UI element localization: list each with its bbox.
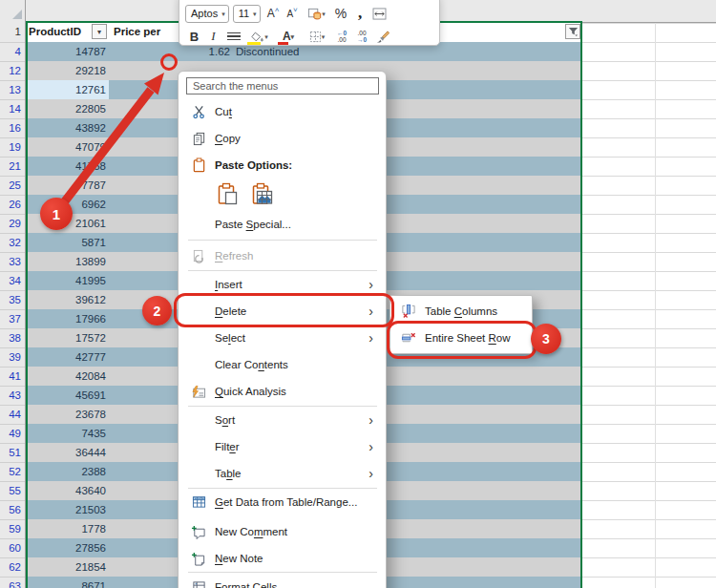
row-number[interactable]: 63 bbox=[0, 577, 25, 588]
bold-button[interactable]: B bbox=[185, 28, 203, 46]
align-button[interactable] bbox=[223, 28, 244, 46]
funnel-icon bbox=[568, 27, 579, 37]
header-price-per[interactable]: Price per bbox=[114, 22, 160, 42]
menu-item-table[interactable]: Table › bbox=[180, 460, 385, 487]
row-number[interactable]: 59 bbox=[0, 519, 25, 539]
row-number-1[interactable]: 1 bbox=[0, 22, 25, 43]
row-number[interactable]: 25 bbox=[0, 176, 25, 196]
productid-cell-value: 43640 bbox=[26, 481, 106, 500]
row-number[interactable]: 16 bbox=[0, 118, 25, 138]
row-number[interactable]: 51 bbox=[0, 443, 25, 463]
row-number[interactable]: 21 bbox=[0, 157, 25, 177]
font-name-select[interactable]: Aptos ▾ bbox=[185, 5, 229, 23]
menu-item-paste-options: Paste Options: bbox=[180, 152, 385, 178]
new-comment-icon bbox=[188, 525, 209, 539]
submenu-arrow-icon: › bbox=[369, 467, 373, 480]
get-data-table-icon bbox=[188, 495, 209, 509]
row-number[interactable]: 29 bbox=[0, 214, 25, 234]
paste-picture-button[interactable] bbox=[249, 181, 275, 207]
row-number[interactable]: 12 bbox=[0, 61, 25, 81]
row-number[interactable]: 41 bbox=[0, 367, 25, 387]
row-number[interactable]: 4 bbox=[0, 42, 25, 62]
menu-item-quick-analysis[interactable]: Quick Analysis bbox=[180, 378, 385, 405]
row-number[interactable]: 56 bbox=[0, 500, 25, 520]
menu-item-sort[interactable]: Sort › bbox=[180, 407, 385, 433]
fill-color-button[interactable]: ▾ bbox=[245, 28, 274, 46]
row-number[interactable]: 32 bbox=[0, 233, 25, 253]
menu-item-select[interactable]: Select › bbox=[180, 325, 385, 351]
increase-decimal-button[interactable]: ←0.00 bbox=[332, 28, 351, 46]
menu-item-new-comment[interactable]: New Comment bbox=[180, 518, 385, 545]
percent-style-button[interactable]: % bbox=[332, 5, 350, 23]
submenu-arrow-icon: › bbox=[369, 413, 373, 427]
menu-item-format-cells[interactable]: Format Cells... bbox=[180, 574, 385, 588]
refresh-icon bbox=[188, 249, 209, 263]
row-number[interactable]: 14 bbox=[0, 99, 25, 119]
select-all-corner[interactable] bbox=[0, 0, 26, 23]
productid-cell-value: 47079 bbox=[26, 137, 106, 157]
row-number[interactable]: 44 bbox=[0, 405, 25, 425]
row-number[interactable]: 19 bbox=[0, 137, 25, 158]
empty-cells-grid[interactable] bbox=[582, 23, 716, 588]
chevron-down-icon: ▾ bbox=[221, 10, 225, 17]
row-number[interactable]: 62 bbox=[0, 557, 25, 578]
chevron-down-icon: ▾ bbox=[322, 33, 326, 40]
grow-font-button[interactable]: A˄ bbox=[264, 5, 283, 23]
status-filter-button[interactable] bbox=[565, 24, 580, 39]
merge-center-button[interactable] bbox=[370, 5, 389, 23]
header-productid[interactable]: ProductID bbox=[29, 22, 81, 42]
menu-item-copy[interactable]: Copy bbox=[180, 125, 385, 152]
submenu-item-entire-sheet-row[interactable]: Entire Sheet Row bbox=[392, 325, 530, 351]
menu-separator bbox=[188, 240, 377, 241]
paste-icon bbox=[217, 182, 240, 206]
font-color-bar bbox=[278, 42, 288, 45]
row-number[interactable]: 43 bbox=[0, 386, 25, 406]
menu-item-paste-special[interactable]: Paste Special... bbox=[180, 211, 385, 238]
row-number[interactable]: 38 bbox=[0, 328, 25, 348]
font-color-button[interactable]: A ▾ bbox=[275, 28, 302, 46]
row-number[interactable]: 39 bbox=[0, 347, 25, 368]
number-format-button[interactable]: ▾ bbox=[303, 5, 331, 23]
table-columns-delete-icon bbox=[399, 304, 418, 319]
borders-button[interactable]: ▾ bbox=[303, 28, 331, 46]
comma-style-button[interactable]: , bbox=[351, 5, 369, 23]
menu-item-clear-contents[interactable]: Clear Contents bbox=[180, 351, 385, 378]
row-number[interactable]: 34 bbox=[0, 271, 25, 291]
menu-item-delete[interactable]: Delete › bbox=[180, 298, 385, 325]
row-number[interactable]: 37 bbox=[0, 309, 25, 329]
italic-button[interactable]: I bbox=[204, 28, 222, 46]
font-size-select[interactable]: 11 ▾ bbox=[233, 5, 261, 23]
shrink-font-button[interactable]: A˅ bbox=[284, 5, 302, 23]
row-number[interactable]: 26 bbox=[0, 195, 25, 215]
row-number[interactable]: 52 bbox=[0, 462, 25, 482]
delete-submenu: Table Columns Entire Sheet Row bbox=[390, 295, 533, 354]
format-painter-brush-icon bbox=[374, 30, 390, 43]
productid-cell-value: 43892 bbox=[26, 118, 106, 137]
menu-item-refresh: Refresh bbox=[180, 242, 385, 269]
row-number[interactable]: 13 bbox=[0, 80, 25, 100]
row-number[interactable]: 60 bbox=[0, 538, 25, 558]
productid-cell-value: 1778 bbox=[26, 519, 106, 538]
menu-item-cut[interactable]: Cut bbox=[180, 98, 385, 125]
menu-item-get-data[interactable]: Get Data from Table/Range... bbox=[180, 489, 385, 515]
row-number[interactable]: 35 bbox=[0, 290, 25, 310]
row-number[interactable]: 55 bbox=[0, 481, 25, 501]
menu-item-insert[interactable]: Insert › bbox=[180, 271, 385, 298]
chevron-down-icon: ▾ bbox=[322, 10, 326, 17]
productid-cell-value: 8671 bbox=[26, 577, 106, 588]
productid-cell-value: 27856 bbox=[26, 538, 106, 557]
menu-item-new-note[interactable]: New Note bbox=[180, 545, 385, 572]
productid-filter-button[interactable]: ▾ bbox=[92, 24, 107, 39]
submenu-arrow-icon: › bbox=[369, 440, 373, 453]
format-painter-button[interactable] bbox=[372, 28, 390, 46]
menu-item-filter[interactable]: Filter › bbox=[180, 433, 385, 460]
decrease-decimal-button[interactable]: .00→0 bbox=[352, 28, 371, 46]
row-number[interactable]: 49 bbox=[0, 424, 25, 444]
context-menu: Cut Copy Paste Options: bbox=[178, 71, 387, 588]
row-number[interactable]: 33 bbox=[0, 252, 25, 272]
paste-button[interactable] bbox=[215, 181, 241, 207]
mini-toolbar: Aptos ▾ 11 ▾ A˄ A˅ ▾ % , bbox=[179, 0, 440, 46]
productid-cell-value: 41758 bbox=[26, 157, 106, 176]
submenu-item-table-columns[interactable]: Table Columns bbox=[392, 298, 530, 325]
search-input[interactable] bbox=[186, 77, 379, 94]
